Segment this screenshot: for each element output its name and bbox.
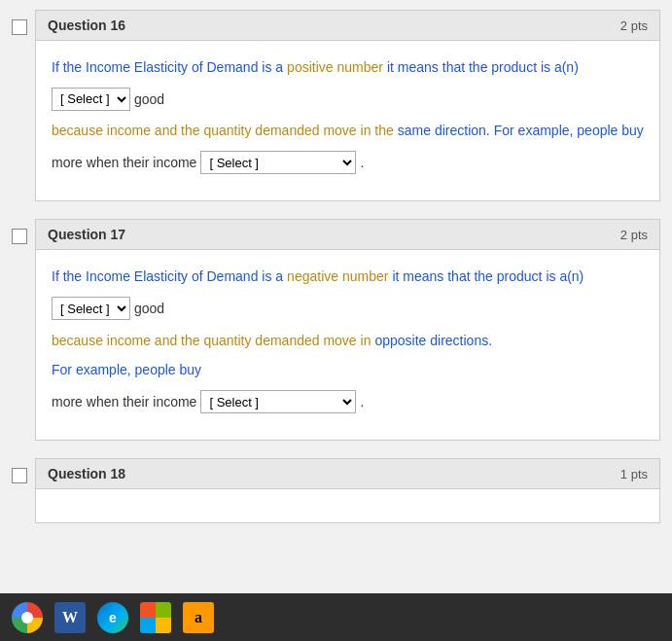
amazon-icon: a <box>183 602 214 633</box>
question-16-select1-row: [ Select ] good <box>52 87 644 113</box>
q17-text1c: it means that the product is a(n) <box>392 264 584 290</box>
question-16-pts: 2 pts <box>620 18 648 33</box>
question-17-select1[interactable]: [ Select ] <box>52 297 130 320</box>
question-16-sentence3: more when their income [ Select ] . <box>52 150 644 176</box>
question-17-sentence2: because income and the quantity demanded… <box>52 328 644 383</box>
store-icon <box>140 602 171 633</box>
chrome-icon <box>12 602 43 633</box>
q17-text1a: If the Income Elasticity of Demand is a <box>52 264 283 290</box>
question-18-checkbox[interactable] <box>12 468 27 483</box>
chrome-taskbar-icon[interactable] <box>8 598 47 637</box>
question-17-select1-row: [ Select ] good <box>52 296 644 322</box>
amazon-taskbar-icon[interactable]: a <box>179 598 218 637</box>
question-18-pts: 1 pts <box>620 467 648 481</box>
question-16-card: Question 16 2 pts If the Income Elastici… <box>12 10 660 201</box>
q16-good1: good <box>134 87 164 113</box>
question-17-select2[interactable]: [ Select ] <box>200 390 356 413</box>
question-17-sentence3: more when their income [ Select ] . <box>52 389 644 415</box>
question-18-title: Question 18 <box>48 466 125 481</box>
question-17-pts: 2 pts <box>620 228 648 242</box>
q17-text2a: because income and the quantity demanded… <box>52 328 371 354</box>
question-16-body: If the Income Elasticity of Demand is a … <box>36 41 659 200</box>
question-17-card: Question 17 2 pts If the Income Elastici… <box>12 219 660 441</box>
q17-good1: good <box>134 296 164 322</box>
question-17-header: Question 17 2 pts <box>36 220 659 250</box>
edge-icon: e <box>97 602 128 633</box>
question-18-header: Question 18 1 pts <box>36 459 659 489</box>
edge-taskbar-icon[interactable]: e <box>93 598 132 637</box>
question-16-select1[interactable]: [ Select ] <box>52 88 130 111</box>
question-17-title: Question 17 <box>48 227 125 242</box>
question-18-body <box>36 489 659 522</box>
q16-text2c: For example, people buy <box>494 118 644 144</box>
question-16-checkbox[interactable] <box>12 19 27 35</box>
question-17-sentence1: If the Income Elasticity of Demand is a … <box>52 264 644 290</box>
q16-text3a: more when their income <box>52 150 196 176</box>
taskbar: W e a <box>0 593 672 641</box>
q16-text1a: If the Income Elasticity of Demand is a <box>52 54 283 81</box>
word-taskbar-icon[interactable]: W <box>51 598 89 637</box>
question-16-select2[interactable]: [ Select ] <box>200 151 356 174</box>
q16-text1c: it means that the product is a(n) <box>387 54 579 81</box>
q16-text2a: because income and the quantity demanded… <box>52 118 394 144</box>
question-16-sentence2: because income and the quantity demanded… <box>52 118 644 144</box>
q16-text1b: positive number <box>287 54 383 81</box>
q17-text2b: opposite directions. <box>374 328 492 354</box>
store-taskbar-icon[interactable] <box>136 598 175 637</box>
question-17-body: If the Income Elasticity of Demand is a … <box>36 250 659 440</box>
question-16-title: Question 16 <box>48 18 125 33</box>
q17-text3b: . <box>360 389 364 415</box>
question-17-checkbox[interactable] <box>12 229 27 244</box>
q16-text3b: . <box>360 150 364 176</box>
question-18-card: Question 18 1 pts <box>12 458 660 523</box>
question-16-header: Question 16 2 pts <box>36 11 659 41</box>
q17-text2c: For example, people buy <box>52 357 201 383</box>
q17-text3a: more when their income <box>52 389 196 415</box>
q17-text1b: negative number <box>287 264 388 290</box>
question-16-sentence1: If the Income Elasticity of Demand is a … <box>52 54 644 81</box>
word-icon: W <box>54 602 86 633</box>
q16-text2b: same direction. <box>398 118 490 144</box>
